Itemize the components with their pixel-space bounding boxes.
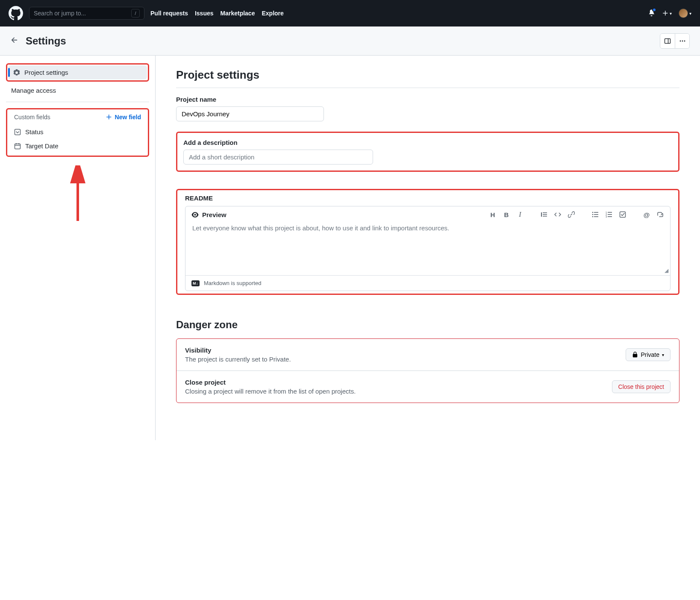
italic-icon[interactable]: I: [516, 211, 524, 218]
visibility-button[interactable]: Private ▾: [626, 348, 671, 361]
markdown-badge-icon: M↓: [191, 280, 200, 286]
svg-point-3: [682, 40, 683, 41]
svg-rect-6: [15, 144, 21, 149]
avatar: [679, 9, 688, 18]
back-arrow-icon[interactable]: [10, 36, 19, 46]
nav-explore[interactable]: Explore: [262, 10, 283, 17]
svg-point-4: [684, 40, 685, 41]
description-label: Add a description: [183, 139, 672, 146]
new-field-button[interactable]: New field: [106, 114, 141, 121]
svg-point-2: [679, 40, 681, 41]
single-select-icon: [14, 129, 21, 135]
page-subheader: Settings: [0, 26, 700, 56]
svg-rect-14: [594, 212, 598, 213]
danger-row-visibility: Visibility The project is currently set …: [176, 339, 679, 371]
svg-rect-20: [608, 212, 612, 213]
caret-down-icon: ▾: [670, 11, 672, 16]
sidebar-item-label: Manage access: [11, 87, 56, 94]
nav-marketplace[interactable]: Marketplace: [221, 10, 255, 17]
danger-desc: The project is currently set to Private.: [185, 356, 626, 363]
ordered-list-icon[interactable]: 123: [605, 211, 613, 218]
quote-icon[interactable]: [540, 211, 548, 218]
sidebar-item-project-settings[interactable]: Project settings: [8, 65, 147, 79]
link-icon[interactable]: [568, 211, 575, 218]
nav-issues[interactable]: Issues: [195, 10, 214, 17]
calendar-icon: [14, 143, 21, 150]
close-project-button[interactable]: Close this project: [612, 380, 671, 393]
custom-fields-heading: Custom fields: [14, 114, 50, 121]
notifications-icon[interactable]: [648, 9, 655, 18]
svg-rect-23: [620, 212, 626, 218]
gear-icon: [13, 69, 20, 76]
primary-nav: Pull requests Issues Marketplace Explore: [150, 10, 284, 17]
plus-icon: [106, 114, 112, 121]
annotation-highlight: README Preview H B I: [176, 189, 679, 295]
sidebar-item-label: Project settings: [24, 69, 68, 76]
readme-editor: Preview H B I: [185, 206, 671, 291]
project-name-label: Project name: [176, 96, 679, 103]
annotation-arrow-icon: [65, 165, 91, 225]
search-bar[interactable]: /: [29, 7, 144, 20]
heading-icon[interactable]: H: [489, 211, 497, 218]
global-header: / Pull requests Issues Marketplace Explo…: [0, 0, 700, 26]
danger-title: Close project: [185, 379, 612, 386]
svg-text:3: 3: [606, 215, 607, 218]
markdown-hint: Markdown is supported: [204, 280, 261, 286]
create-new-dropdown[interactable]: ▾: [662, 10, 672, 17]
eye-icon: [191, 211, 199, 218]
custom-field-status[interactable]: Status: [9, 125, 146, 139]
custom-field-target-date[interactable]: Target Date: [9, 139, 146, 153]
settings-sidebar: Project settings Manage access Custom fi…: [0, 56, 156, 440]
danger-zone-heading: Danger zone: [176, 319, 679, 331]
readme-textarea[interactable]: [185, 223, 670, 274]
description-input[interactable]: [183, 150, 373, 165]
github-logo-icon[interactable]: [9, 6, 23, 21]
svg-rect-15: [594, 214, 598, 215]
annotation-highlight: Custom fields New field Status Target Da…: [6, 108, 149, 157]
custom-field-label: Status: [25, 128, 44, 135]
mention-icon[interactable]: @: [643, 211, 650, 218]
custom-field-label: Target Date: [25, 142, 59, 150]
danger-desc: Closing a project will remove it from th…: [185, 388, 612, 395]
danger-title: Visibility: [185, 347, 626, 354]
unordered-list-icon[interactable]: [591, 211, 599, 218]
search-input[interactable]: [34, 10, 131, 17]
readme-label: README: [185, 194, 671, 202]
user-menu[interactable]: ▾: [679, 9, 691, 18]
settings-main: Project settings Project name Add a desc…: [156, 56, 700, 440]
svg-rect-5: [15, 129, 21, 135]
svg-rect-16: [594, 216, 598, 217]
panel-toggle-button[interactable]: [660, 34, 675, 48]
preview-toggle[interactable]: Preview: [191, 211, 226, 218]
danger-row-close: Close project Closing a project will rem…: [176, 371, 679, 403]
danger-zone: Visibility The project is currently set …: [176, 338, 679, 403]
project-name-input[interactable]: [176, 106, 324, 121]
svg-point-11: [592, 212, 594, 213]
cross-reference-icon[interactable]: [656, 211, 664, 218]
task-list-icon[interactable]: [619, 211, 626, 218]
kebab-menu-button[interactable]: [675, 34, 689, 48]
svg-point-12: [592, 214, 594, 215]
lock-icon: [632, 352, 638, 358]
main-heading: Project settings: [176, 68, 679, 82]
search-slash-hint: /: [131, 9, 140, 18]
annotation-highlight: Add a description: [176, 132, 679, 172]
sidebar-item-manage-access[interactable]: Manage access: [6, 83, 149, 97]
svg-rect-0: [665, 38, 671, 43]
svg-rect-22: [608, 216, 612, 217]
page-title: Settings: [26, 35, 66, 47]
caret-down-icon: ▾: [662, 353, 664, 357]
notification-dot-icon: [652, 8, 656, 12]
bold-icon[interactable]: B: [503, 211, 510, 218]
code-icon[interactable]: [554, 211, 562, 218]
nav-pull-requests[interactable]: Pull requests: [150, 10, 188, 17]
svg-rect-21: [608, 214, 612, 215]
svg-point-13: [592, 216, 594, 218]
annotation-highlight: Project settings: [6, 63, 149, 82]
caret-down-icon: ▾: [689, 11, 691, 16]
